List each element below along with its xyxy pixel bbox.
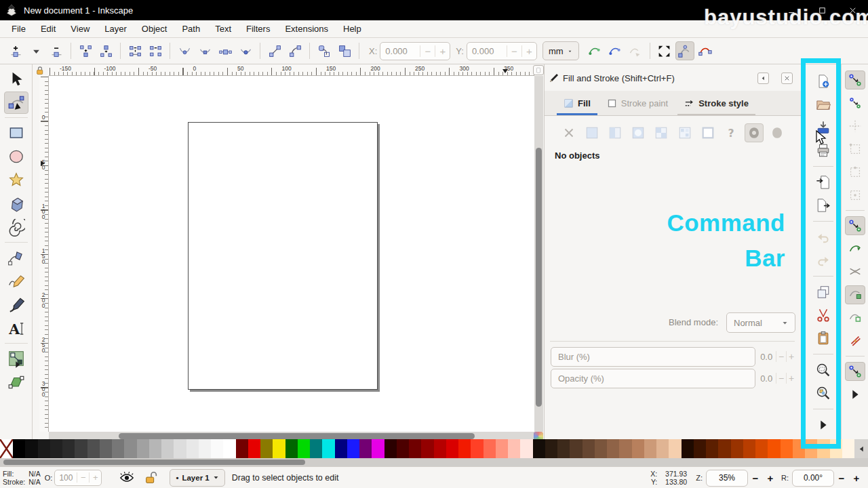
y-value[interactable]: 0.000 (467, 46, 507, 56)
color-swatch[interactable] (508, 439, 520, 458)
snap-bbox-corners-button[interactable] (845, 140, 865, 159)
zoom-value[interactable]: 35% (719, 473, 735, 483)
rotation-spinbox[interactable]: 0.00° (792, 470, 834, 487)
delete-segment-button[interactable] (146, 41, 165, 60)
rotation-minus-button[interactable]: − (834, 472, 849, 484)
selector-tool[interactable] (4, 68, 28, 90)
horizontal-scrollbar-thumb[interactable] (119, 433, 475, 439)
color-swatch[interactable] (706, 439, 718, 458)
color-swatch[interactable] (335, 439, 347, 458)
color-swatch[interactable] (793, 439, 805, 458)
ruler-lock-icon[interactable] (35, 66, 45, 76)
color-swatch[interactable] (75, 439, 87, 458)
color-swatch[interactable] (397, 439, 409, 458)
snap-bbox-edges-button[interactable] (845, 117, 865, 136)
spiral-tool[interactable] (4, 216, 28, 239)
color-swatch[interactable] (13, 439, 25, 458)
redo-button[interactable] (813, 251, 833, 270)
vertical-scrollbar-thumb[interactable] (536, 148, 542, 407)
duplicate-button[interactable] (813, 283, 833, 302)
unit-dropdown[interactable]: mm (542, 41, 579, 60)
node-corner-button[interactable] (175, 41, 194, 60)
snap-intersections-button[interactable] (845, 262, 865, 281)
color-swatch[interactable] (25, 439, 37, 458)
cut-button[interactable] (813, 306, 833, 325)
fillrule-nonzero-button[interactable] (768, 123, 787, 142)
color-swatch[interactable] (644, 439, 656, 458)
blend-mode-dropdown[interactable]: Normal (726, 312, 795, 333)
show-handles-button[interactable] (675, 41, 694, 60)
color-swatch[interactable] (484, 439, 496, 458)
join-nodes-button[interactable] (76, 41, 95, 60)
color-swatch[interactable] (124, 439, 136, 458)
tab-stroke-paint[interactable]: Stroke paint (599, 92, 676, 115)
snap-global-button[interactable] (845, 70, 865, 89)
color-swatch[interactable] (533, 439, 545, 458)
mask-edit-button[interactable] (606, 41, 625, 60)
menu-object[interactable]: Object (134, 21, 175, 37)
color-swatch[interactable] (112, 439, 124, 458)
color-swatch[interactable] (38, 439, 50, 458)
toolbox-more-icon[interactable] (12, 359, 23, 370)
export-document-button[interactable] (813, 196, 833, 215)
menu-path[interactable]: Path (174, 21, 208, 37)
color-swatch[interactable] (236, 439, 248, 458)
rotation-value[interactable]: 0.00° (804, 473, 823, 483)
open-document-button[interactable] (813, 95, 833, 114)
x-plus-button[interactable]: + (435, 45, 450, 57)
color-swatch[interactable] (830, 439, 842, 458)
blur-slider[interactable]: Blur (%) (551, 347, 755, 367)
color-swatch[interactable] (211, 439, 223, 458)
blur-steppers[interactable]: −+ (776, 351, 796, 362)
segment-curve-button[interactable] (285, 41, 304, 60)
clip-edit-button[interactable] (585, 41, 604, 60)
more-snaps-button[interactable] (845, 385, 865, 404)
vertical-ruler[interactable]: 050100150200250300 (39, 76, 49, 432)
paint-pattern-button[interactable] (652, 123, 671, 142)
insert-node-button[interactable] (6, 41, 25, 60)
color-swatch[interactable] (669, 439, 681, 458)
stroke-to-path-button[interactable] (335, 41, 354, 60)
node-symmetric-button[interactable] (216, 41, 235, 60)
color-swatch[interactable] (322, 439, 334, 458)
color-swatch[interactable] (62, 439, 75, 458)
new-document-button[interactable] (813, 72, 833, 91)
box3d-tool[interactable] (4, 192, 28, 215)
lpe-param-button[interactable] (626, 41, 645, 60)
zoom-plus-button[interactable]: + (763, 472, 778, 484)
menu-filters[interactable]: Filters (239, 21, 277, 37)
color-swatch[interactable] (446, 439, 458, 458)
color-swatch[interactable] (781, 439, 793, 458)
show-outline-button[interactable] (696, 41, 715, 60)
snap-nodes-button[interactable] (845, 216, 865, 235)
snap-bbox-button[interactable] (845, 94, 865, 113)
color-swatch[interactable] (223, 439, 235, 458)
zoom-spinbox[interactable]: 35% (706, 470, 748, 487)
menu-help[interactable]: Help (336, 21, 369, 37)
snap-midpoints-button[interactable] (845, 331, 865, 350)
paint-swatch-button[interactable] (675, 123, 694, 142)
swatch-none[interactable] (0, 439, 13, 458)
import-document-button[interactable] (813, 173, 833, 192)
y-spinbox[interactable]: 0.000−+ (467, 42, 537, 60)
color-swatch[interactable] (298, 439, 310, 458)
color-swatch[interactable] (607, 439, 619, 458)
x-value[interactable]: 0.000 (380, 46, 420, 56)
object-opacity-value[interactable]: 100 (55, 473, 77, 483)
color-swatch[interactable] (199, 439, 211, 458)
color-swatch[interactable] (458, 439, 471, 458)
document-page[interactable] (188, 122, 378, 390)
color-swatch[interactable] (718, 439, 730, 458)
color-swatch[interactable] (496, 439, 508, 458)
layer-visibility-icon[interactable] (119, 470, 134, 485)
paint-none-button[interactable] (559, 123, 578, 142)
calligraphy-tool[interactable] (4, 293, 28, 316)
color-swatch[interactable] (273, 439, 285, 458)
transform-handles-button[interactable] (655, 41, 674, 60)
ellipse-tool[interactable] (4, 145, 28, 167)
color-swatch[interactable] (545, 439, 557, 458)
paint-linear-button[interactable] (606, 123, 625, 142)
opacity-steppers[interactable]: −+ (776, 373, 796, 384)
palette-scrollbar[interactable] (0, 458, 868, 466)
opacity-value[interactable]: 0.0 (755, 373, 776, 384)
